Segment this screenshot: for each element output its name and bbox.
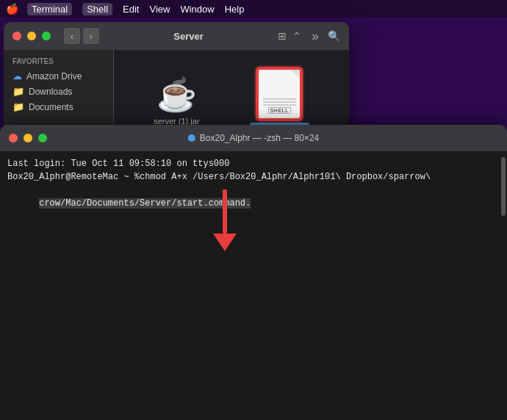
file-shell[interactable]: SHELL start.command [250,68,309,133]
finder-title: Server [105,31,272,42]
apple-menu[interactable]: 🍎 [6,3,18,15]
terminal-dot-icon [188,134,195,142]
terminal-path-highlight: crow/Mac/Documents/Server/start.command. [39,198,251,209]
sidebar-item-downloads[interactable]: 📁 Downloads [4,84,113,99]
minimize-button[interactable] [27,32,36,40]
folder-icon: 📁 [12,101,24,112]
terminal-minimize-button[interactable] [24,134,32,142]
terminal-maximize-button[interactable] [38,134,47,142]
terminal-title: Box20_Alphr — -zsh — 80×24 [188,133,319,143]
sidebar-favorites-label: Favorites [4,56,113,68]
folder-icon: 📁 [12,86,24,97]
terminal-body[interactable]: Last login: Tue Oct 11 09:58:10 on ttys0… [0,151,507,420]
chevron-icon: ⌃ [292,30,301,42]
double-chevron-icon: » [312,29,319,44]
sidebar-documents-label: Documents [29,102,73,112]
back-button[interactable]: ‹ [64,28,80,44]
finder-toolbar-right: ⊞ ⌃ » 🔍 [278,29,340,44]
finder-titlebar: ‹ › Server ⊞ ⌃ » 🔍 [4,22,349,50]
arrow-head [213,233,237,251]
nav-buttons: ‹ › [64,28,99,44]
terminal-output-highlight: crow/Mac/Documents/Server/start.command. [7,184,500,223]
shell-file-icon: SHELL [257,68,301,120]
shell-icon-lines [263,98,296,106]
terminal-title-text: Box20_Alphr — -zsh — 80×24 [200,133,319,143]
sidebar-amazon-label: Amazon Drive [26,71,82,82]
terminal-prompt: Box20_Alphr@RemoteMac ~ % [7,170,140,184]
sidebar-item-documents[interactable]: 📁 Documents [4,99,113,115]
forward-button[interactable]: › [83,28,99,44]
close-button[interactable] [12,32,21,40]
file-jar[interactable]: ☕ server (1).jar [154,76,199,126]
grid-view-icon[interactable]: ⊞ [278,30,287,42]
jar-filename: server (1).jar [154,117,199,126]
menu-bar: 🍎 Terminal Shell Edit View Window Help [0,0,507,18]
jar-icon: ☕ [157,76,197,114]
cloud-icon: ☁ [12,70,22,82]
menu-help[interactable]: Help [225,4,245,15]
maximize-button[interactable] [42,32,51,40]
terminal-cmd-chmod: chmod A+x /Users/Box20_Alphr/Alphr101\ D… [140,170,431,184]
menu-view[interactable]: View [149,4,170,15]
menu-terminal[interactable]: Terminal [27,3,72,15]
terminal-scrollbar[interactable] [501,157,506,216]
terminal-cmd-line: Box20_Alphr@RemoteMac ~ % chmod A+x /Use… [7,170,500,184]
sidebar-downloads-label: Downloads [29,87,72,97]
terminal-titlebar: Box20_Alphr — -zsh — 80×24 [0,125,507,151]
shell-line-1 [263,98,296,100]
menu-edit[interactable]: Edit [123,4,139,15]
shell-line-3 [263,104,296,106]
menu-window[interactable]: Window [180,4,214,15]
search-icon[interactable]: 🔍 [328,30,340,42]
terminal-close-button[interactable] [9,134,18,142]
terminal-login-line: Last login: Tue Oct 11 09:58:10 on ttys0… [7,157,500,170]
terminal-window: Box20_Alphr — -zsh — 80×24 Last login: T… [0,125,507,420]
menu-shell[interactable]: Shell [82,3,112,15]
shell-badge: SHELL [268,107,291,114]
sidebar-item-amazon[interactable]: ☁ Amazon Drive [4,68,113,84]
shell-line-2 [263,101,296,103]
